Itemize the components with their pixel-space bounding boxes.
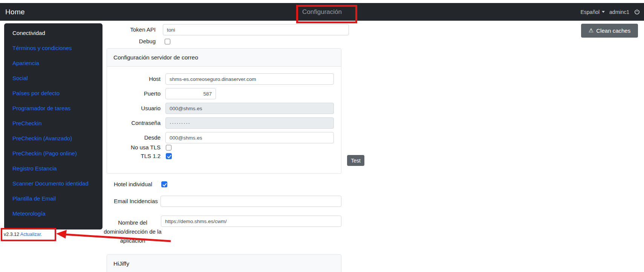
caret-down-icon bbox=[602, 11, 605, 13]
desde-label: Desde bbox=[107, 134, 161, 141]
tls-12-label: TLS 1.2 bbox=[107, 153, 161, 160]
hotel-individual-checkbox[interactable] bbox=[161, 181, 167, 187]
sidebar-item-apariencia[interactable]: Apariencia bbox=[4, 56, 102, 71]
usuario-input bbox=[165, 103, 334, 114]
desde-input[interactable] bbox=[165, 132, 334, 143]
sidebar-item-precheckin-pago[interactable]: PreCheckin (Pago online) bbox=[4, 146, 102, 161]
clean-caches-button[interactable]: ⚠ Clean caches bbox=[581, 24, 638, 38]
nombre-dominio-label: Nombre del dominio/dirección de la aplic… bbox=[100, 218, 165, 245]
token-api-input[interactable] bbox=[163, 24, 349, 35]
hijiffy-section: HiJiffy bbox=[107, 254, 341, 272]
host-input[interactable] bbox=[165, 73, 334, 85]
mail-section-header: Configuración servidor de correo bbox=[107, 49, 341, 67]
sidebar-item-programador[interactable]: Programador de tareas bbox=[4, 101, 102, 116]
contrasena-label: Contraseña bbox=[107, 120, 161, 126]
language-dropdown[interactable]: Español bbox=[580, 9, 605, 15]
usuario-label: Usuario bbox=[107, 105, 161, 112]
sidebar-item-registro-estancia[interactable]: Registro Estancia bbox=[4, 161, 102, 176]
home-brand-link[interactable]: Home bbox=[5, 3, 25, 21]
power-icon bbox=[634, 9, 640, 15]
nombre-dominio-input[interactable] bbox=[161, 216, 341, 227]
top-navbar: Home Configuración Español adminc1 bbox=[0, 3, 644, 21]
sidebar-item-precheckin[interactable]: PreCheckin bbox=[4, 116, 102, 131]
clean-caches-label: Clean caches bbox=[596, 27, 630, 34]
username-link[interactable]: adminc1 bbox=[609, 9, 629, 15]
test-button[interactable]: Test bbox=[347, 155, 364, 166]
sidebar-item-social[interactable]: Social bbox=[4, 71, 102, 86]
sidebar-item-meteorologia[interactable]: Meteorología bbox=[4, 206, 102, 221]
version-label: v2.3.12 bbox=[4, 232, 19, 237]
sidebar-item-precheckin-avanzado[interactable]: PreCheckin (Avanzado) bbox=[4, 131, 102, 146]
logout-button[interactable] bbox=[634, 9, 640, 15]
sidebar-item-terminos[interactable]: Términos y condiciones bbox=[4, 41, 102, 56]
update-link[interactable]: Actualizar. bbox=[20, 232, 42, 237]
sidebar-item-scanner-documento[interactable]: Scanner Documento identidad bbox=[4, 176, 102, 191]
warning-icon: ⚠ bbox=[589, 28, 594, 33]
debug-label: Debug bbox=[106, 38, 156, 45]
navbar-right-group: Español adminc1 bbox=[580, 3, 640, 21]
host-label: Host bbox=[107, 76, 161, 82]
no-usa-tls-checkbox[interactable] bbox=[166, 145, 171, 150]
contrasena-input bbox=[165, 117, 334, 129]
sidebar-item-plantilla-email[interactable]: Plantilla de Email bbox=[4, 191, 102, 206]
tls-12-checkbox[interactable] bbox=[166, 153, 172, 159]
page-title: Configuración bbox=[302, 3, 342, 21]
sidebar-item-conectividad[interactable]: Conectividad bbox=[4, 26, 102, 41]
puerto-label: Puerto bbox=[107, 90, 161, 97]
hotel-individual-label: Hotel individual bbox=[114, 181, 152, 188]
language-label: Español bbox=[580, 9, 600, 15]
puerto-input[interactable] bbox=[165, 88, 216, 99]
hijiffy-section-header: HiJiffy bbox=[107, 255, 341, 272]
token-api-label: Token API bbox=[106, 26, 156, 33]
no-usa-tls-label: No usa TLS bbox=[107, 144, 161, 151]
settings-sidebar: Conectividad Términos y condiciones Apar… bbox=[4, 23, 102, 229]
email-incidencias-label: Email Incidencias bbox=[114, 198, 158, 205]
email-incidencias-input[interactable] bbox=[161, 196, 341, 207]
sidebar-item-paises[interactable]: Países por defecto bbox=[4, 86, 102, 101]
version-row: v2.3.12 Actualizar. bbox=[4, 232, 42, 237]
debug-checkbox[interactable] bbox=[165, 39, 170, 44]
